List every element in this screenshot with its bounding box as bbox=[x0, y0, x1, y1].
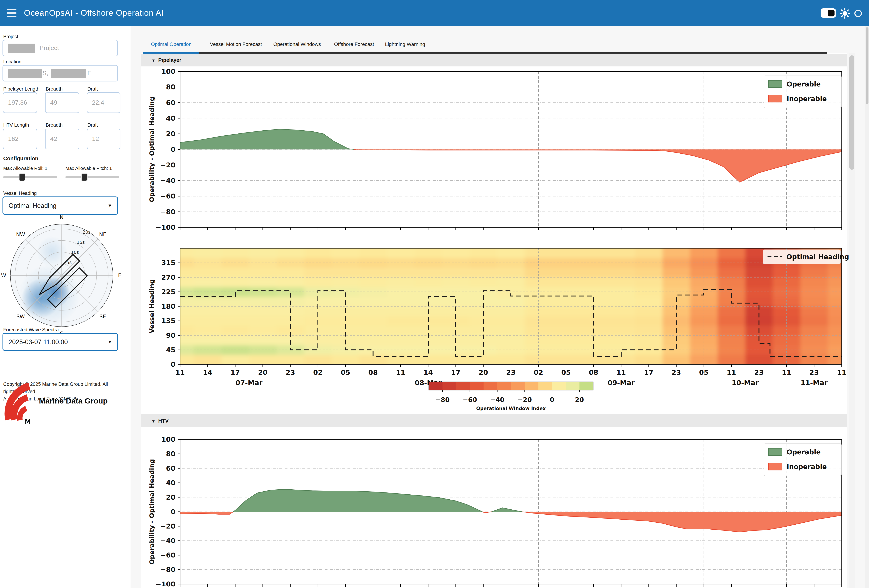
pipelayer-length-input[interactable]: 197.36 bbox=[3, 92, 37, 113]
pipelayer-length-label: Pipelayer Length bbox=[3, 86, 40, 92]
svg-text:SW: SW bbox=[16, 314, 25, 320]
svg-text:20s: 20s bbox=[83, 230, 90, 235]
svg-text:Optimal Heading: Optimal Heading bbox=[786, 253, 849, 261]
pipelayer-draft-value: 22.4 bbox=[92, 99, 104, 106]
svg-text:07-Mar: 07-Mar bbox=[236, 379, 262, 387]
svg-text:−20: −20 bbox=[518, 396, 532, 403]
tab-lightning-warning[interactable]: Lightning Warning bbox=[385, 41, 425, 47]
svg-text:60: 60 bbox=[166, 99, 175, 107]
svg-text:17: 17 bbox=[644, 369, 654, 376]
svg-text:−40: −40 bbox=[160, 177, 175, 185]
htv-draft-label: Draft bbox=[87, 122, 98, 128]
svg-text:0: 0 bbox=[171, 145, 175, 153]
svg-text:−20: −20 bbox=[160, 522, 175, 530]
svg-text:17: 17 bbox=[451, 369, 460, 376]
svg-text:14: 14 bbox=[423, 369, 433, 376]
page-scrollbar-thumb[interactable] bbox=[866, 27, 869, 104]
section-header-pipelayer[interactable]: ▼Pipelayer bbox=[141, 53, 847, 67]
svg-text:11: 11 bbox=[837, 369, 847, 376]
theme-toggle[interactable] bbox=[821, 8, 836, 18]
max-pitch-slider[interactable] bbox=[65, 176, 119, 178]
sidebar: Project Project Location S, E Pipelayer … bbox=[0, 26, 130, 588]
svg-text:−60: −60 bbox=[160, 551, 175, 559]
max-roll-slider[interactable] bbox=[3, 176, 57, 178]
svg-text:80: 80 bbox=[166, 83, 175, 91]
redacted-text bbox=[51, 69, 86, 78]
svg-text:Operability - Optimal Heading: Operability - Optimal Heading bbox=[148, 97, 156, 202]
panel-scrollbar-thumb[interactable] bbox=[849, 55, 854, 170]
tab-optimal-operation[interactable]: Optimal Operation bbox=[151, 41, 191, 47]
max-pitch-slider-thumb[interactable] bbox=[81, 173, 87, 181]
svg-text:23: 23 bbox=[286, 369, 295, 376]
pipelayer-draft-input[interactable]: 22.4 bbox=[87, 92, 120, 113]
svg-text:11-Mar: 11-Mar bbox=[801, 379, 827, 387]
svg-text:Operable: Operable bbox=[787, 448, 821, 456]
htv-breadth-input[interactable]: 42 bbox=[45, 129, 79, 149]
pipelayer-draft-label: Draft bbox=[87, 86, 98, 92]
section-header-htv[interactable]: ▼HTV bbox=[141, 415, 847, 427]
configuration-title: Configuration bbox=[3, 156, 39, 161]
svg-text:14: 14 bbox=[203, 369, 212, 376]
svg-text:17: 17 bbox=[230, 369, 240, 376]
svg-text:11: 11 bbox=[616, 369, 626, 376]
page-scrollbar[interactable] bbox=[865, 26, 869, 588]
svg-text:20: 20 bbox=[258, 369, 267, 376]
svg-text:0: 0 bbox=[550, 396, 554, 403]
svg-text:23: 23 bbox=[672, 369, 681, 376]
svg-text:−60: −60 bbox=[463, 396, 477, 403]
collapse-icon: ▼ bbox=[151, 58, 156, 63]
location-input[interactable]: S, E bbox=[3, 65, 118, 81]
svg-text:40: 40 bbox=[166, 479, 175, 487]
svg-text:23: 23 bbox=[809, 369, 819, 376]
panel-scrollbar[interactable] bbox=[849, 53, 855, 588]
vessel-heading-select[interactable]: Optimal Heading ▼ bbox=[3, 197, 118, 215]
wave-spectra-label: Forecasted Wave Spectra bbox=[3, 327, 59, 333]
location-lat-suffix: S, bbox=[42, 70, 48, 77]
wave-spectra-value: 2025-03-07 11:00:00 bbox=[9, 338, 68, 346]
tab-offshore-forecast[interactable]: Offshore Forecast bbox=[334, 41, 374, 47]
htv-length-input[interactable]: 162 bbox=[3, 129, 37, 149]
svg-text:Inoperable: Inoperable bbox=[787, 463, 827, 471]
svg-text:60: 60 bbox=[166, 464, 175, 472]
svg-text:05: 05 bbox=[699, 369, 709, 376]
svg-text:05: 05 bbox=[341, 369, 350, 376]
hamburger-menu-icon[interactable] bbox=[7, 9, 17, 17]
svg-text:270: 270 bbox=[161, 274, 175, 281]
pipelayer-breadth-input[interactable]: 49 bbox=[45, 92, 79, 113]
location-label: Location bbox=[3, 59, 21, 65]
svg-text:315: 315 bbox=[161, 259, 175, 267]
wave-spectra-select[interactable]: 2025-03-07 11:00:00 ▼ bbox=[3, 333, 118, 351]
pipelayer-breadth-value: 49 bbox=[50, 99, 57, 106]
svg-text:Operability - Optimal Heading: Operability - Optimal Heading bbox=[148, 459, 156, 564]
section-title-htv: HTV bbox=[158, 418, 169, 424]
svg-text:135: 135 bbox=[161, 317, 175, 325]
pipelayer-operability-chart: −100−80−60−40−20020406080100Operability … bbox=[141, 67, 869, 232]
svg-text:−100: −100 bbox=[156, 224, 175, 231]
svg-text:NW: NW bbox=[16, 231, 25, 237]
svg-text:02: 02 bbox=[534, 369, 543, 376]
svg-text:09-Mar: 09-Mar bbox=[608, 379, 635, 387]
max-roll-slider-thumb[interactable] bbox=[19, 173, 25, 181]
svg-text:05: 05 bbox=[561, 369, 571, 376]
svg-text:W: W bbox=[1, 273, 6, 278]
status-ring-icon[interactable] bbox=[854, 9, 863, 18]
vessel-heading-value: Optimal Heading bbox=[9, 202, 56, 209]
svg-text:180: 180 bbox=[161, 302, 175, 310]
svg-text:11: 11 bbox=[727, 369, 736, 376]
htv-breadth-label: Breadth bbox=[46, 122, 63, 128]
svg-text:20: 20 bbox=[166, 130, 175, 138]
svg-text:11: 11 bbox=[782, 369, 791, 376]
pipelayer-breadth-label: Breadth bbox=[46, 86, 63, 92]
htv-draft-input[interactable]: 12 bbox=[87, 129, 120, 149]
svg-text:NE: NE bbox=[99, 231, 106, 237]
tab-operational-windows[interactable]: Operational Windows bbox=[273, 41, 321, 47]
location-lon-suffix: E bbox=[87, 70, 92, 77]
light-mode-sun-icon[interactable] bbox=[840, 8, 850, 19]
vessel-heading-label: Vessel Heading bbox=[3, 191, 37, 196]
svg-text:Operational Window Index: Operational Window Index bbox=[476, 406, 546, 411]
project-input[interactable]: Project bbox=[3, 40, 118, 56]
pipelayer-length-value: 197.36 bbox=[8, 99, 27, 106]
project-placeholder: Project bbox=[40, 44, 59, 52]
tab-vessel-motion-forecast[interactable]: Vessel Motion Forecast bbox=[210, 41, 262, 47]
htv-length-value: 162 bbox=[8, 135, 18, 142]
